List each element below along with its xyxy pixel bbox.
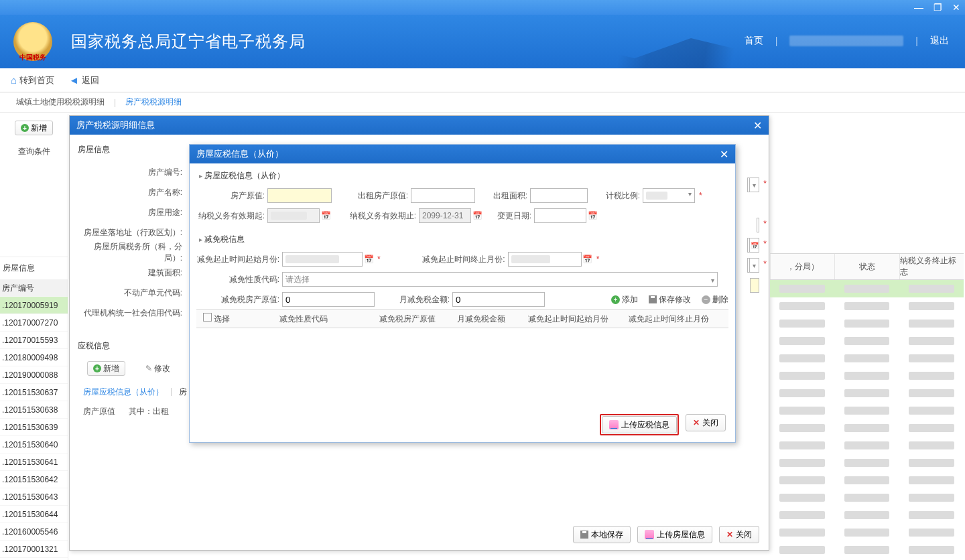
property-id-row[interactable]: .120151530642 — [0, 471, 68, 488]
minimize-icon[interactable]: — — [914, 3, 923, 12]
input-jmfcyz[interactable] — [282, 292, 375, 307]
save-icon — [580, 531, 588, 539]
select-jmxz[interactable]: 请选择 — [282, 272, 718, 287]
input-jmstart[interactable] — [282, 252, 363, 267]
table-row[interactable] — [770, 489, 964, 506]
calendar-icon[interactable]: 📅 — [320, 211, 332, 220]
redacted-cell — [844, 389, 889, 397]
add-link[interactable]: +添加 — [611, 294, 638, 305]
table-row[interactable] — [770, 280, 964, 297]
redacted-cell — [909, 320, 954, 328]
dialog1-close-icon[interactable]: ✕ — [753, 119, 762, 132]
property-id-row[interactable]: .120160005546 — [0, 523, 68, 541]
lbl-jzmj: 建筑面积: — [78, 267, 185, 279]
subtab-from-price[interactable]: 房屋应税信息（从价） — [83, 387, 164, 398]
dialog2-close-icon[interactable]: ✕ — [720, 148, 728, 161]
section-taxinfo[interactable]: 房屋应税信息（从价） — [196, 166, 728, 186]
maximize-icon[interactable]: ❐ — [933, 3, 942, 12]
input-jmend[interactable] — [508, 252, 582, 267]
redacted-cell — [844, 529, 889, 537]
subtab-b[interactable]: 房 — [179, 387, 187, 398]
property-id-row[interactable]: .120170015593 — [0, 332, 68, 349]
redacted-cell — [779, 372, 824, 380]
calendar-icon[interactable]: 📅 — [363, 255, 375, 264]
upload-tax-button[interactable]: 上传应税信息 — [602, 416, 677, 433]
house-info-label: 房屋信息 — [0, 257, 68, 279]
input-yjmje[interactable] — [452, 292, 545, 307]
window-titlebar: — ❐ ✕ — [0, 0, 965, 15]
input-czfcyz[interactable] — [411, 188, 475, 203]
tab-property-tax[interactable]: 房产税税源明细 — [125, 96, 182, 108]
property-id-row[interactable]: .120151530639 — [0, 419, 68, 436]
nav-home-link[interactable]: 首页 — [745, 35, 763, 47]
chevron-down-icon[interactable]: ▾ — [750, 178, 759, 192]
table-row[interactable] — [770, 437, 964, 454]
save-link[interactable]: 保存修改 — [649, 294, 691, 305]
tab-land-tax[interactable]: 城镇土地使用税税源明细 — [16, 96, 105, 108]
redacted-cell — [779, 302, 824, 310]
dialog2-close-button[interactable]: ✕关闭 — [686, 414, 726, 431]
table-row[interactable] — [770, 367, 964, 384]
select-jsbl[interactable] — [643, 188, 695, 203]
navbar: ⌂转到首页 ◄返回 — [0, 68, 965, 92]
upload-house-button[interactable]: 上传房屋信息 — [637, 526, 712, 543]
calendar-icon[interactable]: 📅 — [471, 211, 483, 220]
section-reduction[interactable]: 减免税信息 — [196, 230, 728, 249]
logout-link[interactable]: 退出 — [930, 35, 949, 47]
table-row[interactable] — [770, 454, 964, 472]
right-data-pane: ，分局） 状态 纳税义务终止标志 — [770, 253, 964, 559]
delete-link[interactable]: −删除 — [702, 294, 728, 305]
back-icon: ◄ — [69, 74, 79, 86]
table-row[interactable] — [770, 472, 964, 489]
table-row[interactable] — [770, 506, 964, 524]
redacted-cell — [909, 459, 954, 467]
input-czmj[interactable] — [530, 188, 588, 203]
calendar-icon[interactable]: 📅 — [582, 255, 594, 264]
calendar-icon[interactable]: 📅 — [586, 211, 598, 220]
local-save-button[interactable]: 本地保存 — [573, 526, 631, 543]
property-id-row[interactable]: .120151530644 — [0, 506, 68, 523]
redacted-cell — [779, 546, 824, 554]
go-home-link[interactable]: ⌂转到首页 — [11, 74, 54, 86]
upload-icon — [609, 420, 619, 429]
property-id-row[interactable]: .120151530638 — [0, 401, 68, 419]
redacted-cell — [909, 494, 954, 502]
table-row[interactable] — [770, 384, 964, 402]
property-id-row[interactable]: .120151530643 — [0, 488, 68, 506]
redacted-cell — [844, 320, 889, 328]
property-id-row[interactable]: .120151530640 — [0, 436, 68, 453]
tax-add-button[interactable]: +新增 — [87, 361, 125, 376]
plus-icon: + — [93, 364, 101, 372]
property-id-row[interactable]: .120170007270 — [0, 314, 68, 332]
table-row[interactable] — [770, 402, 964, 419]
rt-hdr-1: ，分局） — [770, 254, 834, 279]
property-id-row[interactable]: .120170001321 — [0, 541, 68, 558]
property-id-row[interactable]: .120190000088 — [0, 366, 68, 384]
dialog1-close-button[interactable]: ✕关闭 — [719, 526, 759, 543]
lbl-jmstart: 减免起止时间起始月份: — [196, 254, 282, 265]
chevron-down-icon[interactable]: ▾ — [750, 258, 759, 273]
input-fcyz[interactable] — [267, 188, 332, 203]
tax-edit-button[interactable]: ✎修改 — [145, 363, 170, 374]
lbl-fcbh: 房产编号: — [78, 167, 185, 178]
table-row[interactable] — [770, 332, 964, 350]
close-window-icon[interactable]: ✕ — [952, 3, 961, 12]
redacted-cell — [779, 337, 824, 345]
add-button[interactable]: +新增 — [15, 121, 53, 135]
calendar-icon[interactable]: 📅 — [750, 238, 759, 253]
property-id-row[interactable]: .120170005919 — [0, 297, 68, 314]
property-id-row[interactable]: .120151530641 — [0, 453, 68, 471]
go-back-link[interactable]: ◄返回 — [69, 74, 99, 86]
table-row[interactable] — [770, 419, 964, 437]
table-row[interactable] — [770, 541, 964, 559]
minus-icon: − — [702, 295, 710, 304]
table-row[interactable] — [770, 315, 964, 332]
table-row[interactable] — [770, 297, 964, 315]
select-all-checkbox[interactable] — [203, 313, 212, 322]
table-row[interactable] — [770, 350, 964, 367]
property-id-row[interactable]: .120180009498 — [0, 349, 68, 366]
input-bgrq[interactable] — [534, 208, 586, 223]
input-nsqsend: 2099-12-31 — [419, 208, 471, 223]
property-id-row[interactable]: .120151530637 — [0, 384, 68, 401]
table-row[interactable] — [770, 524, 964, 541]
